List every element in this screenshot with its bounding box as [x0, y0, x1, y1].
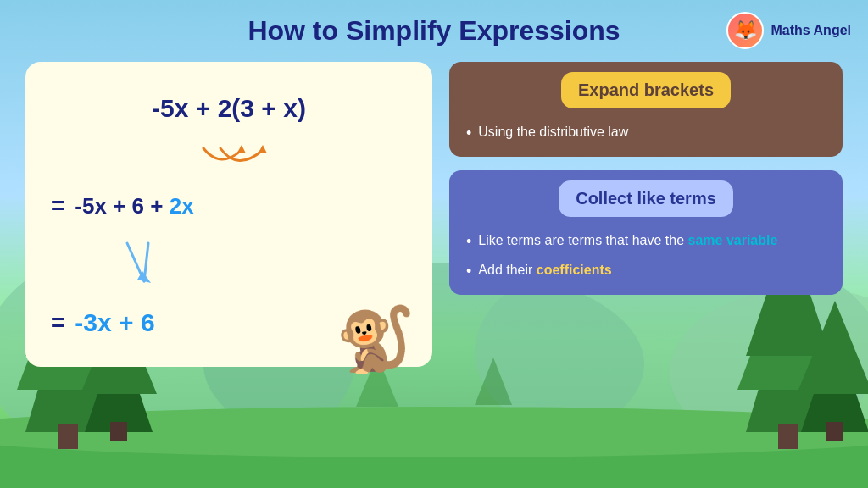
bullet-dot-3: •: [466, 260, 471, 283]
main-content: How to Simplify Expressions -5x + 2(3 + …: [0, 0, 868, 488]
expand-brackets-header: Expand brackets: [561, 72, 731, 108]
step1-2x: 2x: [170, 193, 194, 219]
step1-equals: =: [51, 192, 64, 219]
collect-bullet-2: • Add their coefficients: [466, 260, 826, 283]
logo-emoji: 🦊: [734, 19, 757, 42]
expand-brackets-card: Expand brackets • Using the distributive…: [449, 62, 843, 157]
bullet-dot-2: •: [466, 230, 471, 253]
step1-expression: -5x + 6 + 2x: [75, 193, 193, 219]
collect-header-wrap: Collect like terms: [449, 170, 843, 224]
initial-expression: -5x + 2(3 + x): [51, 92, 407, 125]
svg-marker-23: [237, 145, 246, 153]
logo: 🦊 Maths Angel: [726, 12, 851, 49]
step2-expression: -3x + 6: [75, 308, 154, 337]
step2-equals: =: [51, 309, 64, 336]
collect-bullet1-highlight: same variable: [688, 233, 778, 247]
page-title: How to Simplify Expressions: [248, 15, 620, 47]
step1: = -5x + 6 + 2x: [51, 192, 407, 219]
collect-bullet2-prefix: Add their: [478, 263, 536, 277]
collect-bullet-1-text: Like terms are terms that have the same …: [478, 230, 777, 251]
collect-like-terms-card: Collect like terms • Like terms are term…: [449, 170, 843, 295]
content-row: -5x + 2(3 + x) = -5x + 6 + 2x: [25, 62, 843, 367]
collect-bullet-1: • Like terms are terms that have the sam…: [466, 230, 826, 253]
collect-bullet-2-text: Add their coefficients: [478, 260, 611, 280]
right-panel: Expand brackets • Using the distributive…: [449, 62, 843, 295]
monkey-illustration: 🐒: [336, 302, 415, 377]
bullet-dot-1: •: [466, 122, 471, 145]
math-panel: -5x + 2(3 + x) = -5x + 6 + 2x: [25, 62, 432, 367]
collect-bullet2-highlight: coefficients: [537, 263, 612, 277]
collect-card-body: • Like terms are terms that have the sam…: [449, 224, 843, 295]
expand-bullet-1-text: Using the distributive law: [478, 122, 628, 142]
expand-header-wrap: Expand brackets: [449, 62, 843, 115]
svg-line-27: [144, 243, 148, 281]
svg-marker-24: [259, 145, 267, 153]
arrow-container: [51, 140, 407, 170]
down-arrow-svg: [119, 239, 161, 290]
expand-card-body: • Using the distributive law: [449, 115, 843, 157]
step1-neg5x: -5x + 6 +: [75, 193, 169, 219]
collect-like-terms-header: Collect like terms: [559, 180, 733, 217]
logo-text: Maths Angel: [771, 23, 851, 38]
bracket-arrow-svg: [178, 140, 280, 170]
down-arrow-container: [119, 239, 407, 290]
collect-bullet1-prefix: Like terms are terms that have the: [478, 233, 687, 247]
expand-bullet-1: • Using the distributive law: [466, 122, 826, 145]
logo-icon: 🦊: [726, 12, 764, 49]
initial-expression-text: -5x + 2(3 + x): [152, 94, 306, 122]
